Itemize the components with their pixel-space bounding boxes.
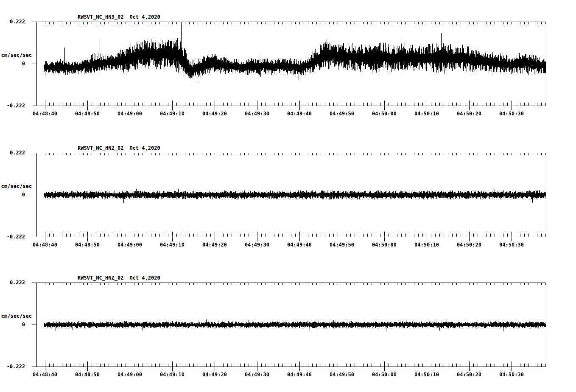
x-tick-label: 04:50:10 <box>409 242 445 248</box>
x-tick-label: 04:49:40 <box>282 242 317 248</box>
x-tick-label: 04:49:30 <box>239 242 275 248</box>
x-tick-label: 04:50:30 <box>494 111 529 117</box>
x-tick-label: 04:48:40 <box>27 111 63 117</box>
x-tick-label: 04:49:20 <box>197 242 232 248</box>
x-tick-labels: 04:48:4004:48:5004:49:0004:49:1004:49:20… <box>0 111 576 118</box>
x-tick-label: 04:50:20 <box>451 242 487 248</box>
seismogram-canvas-hnz <box>0 279 576 372</box>
x-tick-label: 04:49:50 <box>324 372 360 378</box>
x-tick-label: 04:49:00 <box>112 242 148 248</box>
x-tick-label: 04:49:40 <box>282 372 317 378</box>
x-tick-label: 04:49:00 <box>112 372 148 378</box>
seismogram-panel-hn3: RWSVT_NC_HN3_02Oct 4,2020 0.222 cm/sec/s… <box>0 0 576 127</box>
x-tick-label: 04:48:40 <box>27 242 63 248</box>
x-tick-label: 04:49:00 <box>112 111 148 117</box>
x-tick-label: 04:50:30 <box>494 242 529 248</box>
x-tick-label: 04:50:10 <box>409 111 445 117</box>
x-tick-label: 04:49:10 <box>154 372 190 378</box>
x-tick-label: 04:50:30 <box>494 372 529 378</box>
x-tick-label: 04:49:20 <box>197 111 232 117</box>
x-tick-label: 04:50:00 <box>366 372 402 378</box>
x-tick-label: 04:49:50 <box>324 242 360 248</box>
seismogram-page: RWSVT_NC_HN3_02Oct 4,2020 0.222 cm/sec/s… <box>0 0 576 392</box>
x-tick-label: 04:48:50 <box>70 372 105 378</box>
x-tick-label: 04:48:50 <box>70 242 105 248</box>
x-tick-label: 04:48:40 <box>27 372 63 378</box>
x-tick-label: 04:49:50 <box>324 111 360 117</box>
x-tick-label: 04:50:00 <box>366 242 402 248</box>
x-tick-label: 04:50:10 <box>409 372 445 378</box>
x-tick-label: 04:49:30 <box>239 111 275 117</box>
x-tick-label: 04:50:00 <box>366 111 402 117</box>
x-tick-label: 04:50:20 <box>451 372 487 378</box>
seismogram-panel-hn2: RWSVT_NC_HN2_02Oct 4,2020 0.222 cm/sec/s… <box>0 131 576 258</box>
x-tick-labels: 04:48:4004:48:5004:49:0004:49:1004:49:20… <box>0 372 576 378</box>
x-tick-label: 04:49:10 <box>154 242 190 248</box>
x-tick-label: 04:50:20 <box>451 111 487 117</box>
x-tick-label: 04:49:20 <box>197 372 232 378</box>
x-tick-label: 04:49:30 <box>239 372 275 378</box>
x-tick-label: 04:49:10 <box>154 111 190 117</box>
x-tick-labels: 04:48:4004:48:5004:49:0004:49:1004:49:20… <box>0 242 576 249</box>
x-tick-label: 04:49:40 <box>282 111 317 117</box>
seismogram-canvas-hn3 <box>0 18 576 111</box>
seismogram-panel-hnz: RWSVT_NC_HNZ_02Oct 4,2020 0.222 cm/sec/s… <box>0 261 576 388</box>
x-tick-label: 04:48:50 <box>70 111 105 117</box>
seismogram-canvas-hn2 <box>0 149 576 242</box>
